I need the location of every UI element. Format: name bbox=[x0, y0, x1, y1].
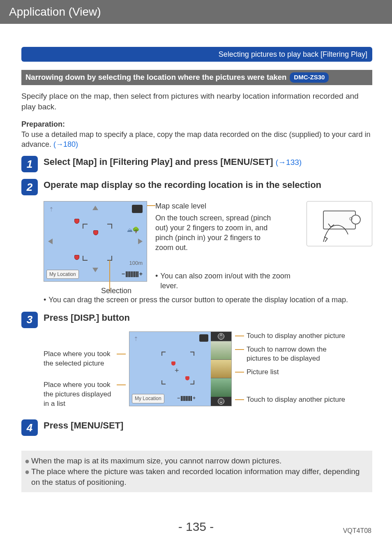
left-label-a: Place where you took the selected pictur… bbox=[44, 350, 114, 368]
callout-line bbox=[147, 205, 155, 206]
thumbnail-icon bbox=[211, 341, 231, 359]
step-2-drag-note: • You can drag the screen or press the c… bbox=[44, 295, 372, 305]
selection-bracket-icon bbox=[190, 352, 194, 356]
step-2: 2 Operate map display so the recording l… bbox=[21, 179, 372, 195]
preparation-text: To use a detailed map to specify a place… bbox=[21, 130, 372, 150]
step-3: 3 Press [DISP.] button bbox=[21, 312, 372, 328]
pinch-gesture-icon bbox=[319, 222, 356, 247]
page-number: - 135 - bbox=[178, 519, 214, 535]
screen-illustration-2: ⇡ + ⌃ ⌄ My Location − + bbox=[129, 331, 232, 406]
step-3-left-labels: Place where you took the selected pictur… bbox=[44, 331, 126, 409]
zoom-scale-icon: − + bbox=[122, 270, 143, 278]
step-2-number: 2 bbox=[21, 179, 38, 195]
step-2-side-text: Map scale level On the touch screen, spr… bbox=[155, 201, 298, 291]
nav-left-icon bbox=[48, 238, 53, 244]
right-label-c: Picture list bbox=[247, 368, 279, 377]
right-label-b: Touch to narrow down the pictures to be … bbox=[247, 345, 350, 364]
thumbnail-icon bbox=[211, 359, 231, 378]
selection-label: Selection bbox=[101, 286, 131, 296]
nav-right-icon bbox=[138, 238, 143, 244]
hill-icon: ⛰ bbox=[127, 226, 133, 234]
step-1-title-text: Select [Map] in [Filtering Play] and pre… bbox=[44, 157, 276, 167]
zoom-scale-icon: − + bbox=[177, 395, 196, 401]
nav-down-icon bbox=[92, 268, 98, 272]
pin-icon bbox=[74, 255, 79, 260]
step-3-content: Place where you took the selected pictur… bbox=[44, 331, 372, 409]
camera-pinch-illustration bbox=[307, 201, 372, 246]
note-1: When the map is at its maximum size, you… bbox=[31, 456, 281, 466]
pin-icon bbox=[93, 230, 98, 235]
scroll-up-button: ⌃ bbox=[211, 332, 231, 341]
page-footer: - 135 - VQT4T08 bbox=[0, 519, 392, 544]
intro-text: Specify place on the map, then select fr… bbox=[21, 91, 372, 112]
crosshair-icon: + bbox=[175, 366, 179, 375]
right-label-a: Touch to display another picture bbox=[247, 331, 345, 341]
document-id: VQT4T08 bbox=[343, 526, 371, 535]
zoom-lever-note: You can also zoom in/out with the zoom l… bbox=[160, 271, 298, 291]
step-1-number: 1 bbox=[21, 156, 38, 172]
scroll-down-button: ⌄ bbox=[211, 397, 231, 406]
selection-bracket-icon bbox=[107, 224, 112, 229]
subsection-label: Narrowing down by selecting the location… bbox=[25, 72, 286, 83]
map-scale-text: 100m bbox=[129, 259, 143, 267]
selection-bracket-icon bbox=[161, 352, 166, 356]
thumbnail-icon bbox=[211, 378, 231, 396]
selection-bracket-icon bbox=[190, 380, 194, 384]
step-1: 1 Select [Map] in [Filtering Play] and p… bbox=[21, 156, 372, 172]
step-3-number: 3 bbox=[21, 312, 38, 328]
callout-line bbox=[235, 349, 244, 350]
subsection-bar: Narrowing down by selecting the location… bbox=[21, 70, 372, 85]
selection-bracket-icon bbox=[83, 224, 88, 229]
my-location-button: My Location bbox=[132, 394, 164, 403]
selection-bracket-icon bbox=[83, 256, 88, 261]
note-2: The place where the picture was taken an… bbox=[31, 466, 367, 487]
callout-line bbox=[117, 354, 126, 354]
step-1-title: Select [Map] in [Filtering Play] and pre… bbox=[44, 156, 372, 168]
preparation-title: Preparation: bbox=[21, 119, 372, 129]
callout-line bbox=[235, 336, 244, 336]
map-illustration: ⇡ 🌳 ⛰ My Location 100m − bbox=[44, 201, 147, 282]
map-scale-label: Map scale level bbox=[155, 201, 298, 211]
bullet-icon: • bbox=[44, 295, 46, 305]
tree-icon: 🌳 bbox=[132, 226, 139, 234]
drag-note-text: You can drag the screen or press the cur… bbox=[48, 295, 348, 305]
right-label-d: Touch to display another picture bbox=[247, 395, 345, 405]
my-location-button: My Location bbox=[46, 270, 79, 279]
compass-icon: ⇡ bbox=[134, 335, 138, 343]
preparation-block: Preparation: To use a detailed map to sp… bbox=[21, 119, 372, 149]
bullet-icon: ● bbox=[25, 457, 30, 466]
pinch-instruction: On the touch screen, spread (pinch out) … bbox=[155, 213, 279, 253]
pin-icon bbox=[171, 361, 175, 366]
notes-box: ● When the map is at its maximum size, y… bbox=[21, 451, 372, 492]
pin-icon bbox=[185, 376, 189, 380]
step-2-title: Operate map display so the recording loc… bbox=[44, 179, 372, 191]
step-4: 4 Press [MENU/SET] bbox=[21, 419, 372, 436]
compass-icon: ⇡ bbox=[49, 206, 54, 213]
step-3-right-labels: Touch to display another picture Touch t… bbox=[235, 331, 350, 405]
bullet-icon: ● bbox=[25, 468, 30, 487]
step-4-number: 4 bbox=[21, 419, 38, 436]
map-mode-icon bbox=[132, 205, 143, 213]
callout-line bbox=[235, 399, 244, 400]
model-badge: DMC-ZS30 bbox=[290, 72, 329, 82]
selection-bracket-icon bbox=[161, 380, 166, 384]
step-1-link[interactable]: (→133) bbox=[276, 158, 302, 167]
preparation-link[interactable]: (→180) bbox=[53, 140, 78, 148]
bullet-icon: • bbox=[155, 271, 158, 291]
map-illustration-wrap: ⇡ 🌳 ⛰ My Location 100m − bbox=[44, 201, 147, 291]
callout-line bbox=[235, 372, 244, 373]
left-label-b: Place where you took the pictures displa… bbox=[44, 380, 114, 409]
thumbnail-column: ⌃ ⌄ bbox=[211, 332, 231, 406]
step-3-title: Press [DISP.] button bbox=[44, 312, 372, 324]
map-mode-icon bbox=[199, 334, 208, 342]
nav-up-icon bbox=[92, 206, 98, 210]
step-4-title: Press [MENU/SET] bbox=[44, 419, 372, 432]
header-breadcrumb: Application (View) bbox=[0, 0, 392, 24]
section-banner: Selecting pictures to play back [Filteri… bbox=[21, 47, 372, 62]
callout-line bbox=[117, 384, 126, 385]
step-2-content: ⇡ 🌳 ⛰ My Location 100m − bbox=[44, 201, 372, 291]
pin-icon bbox=[74, 219, 79, 224]
